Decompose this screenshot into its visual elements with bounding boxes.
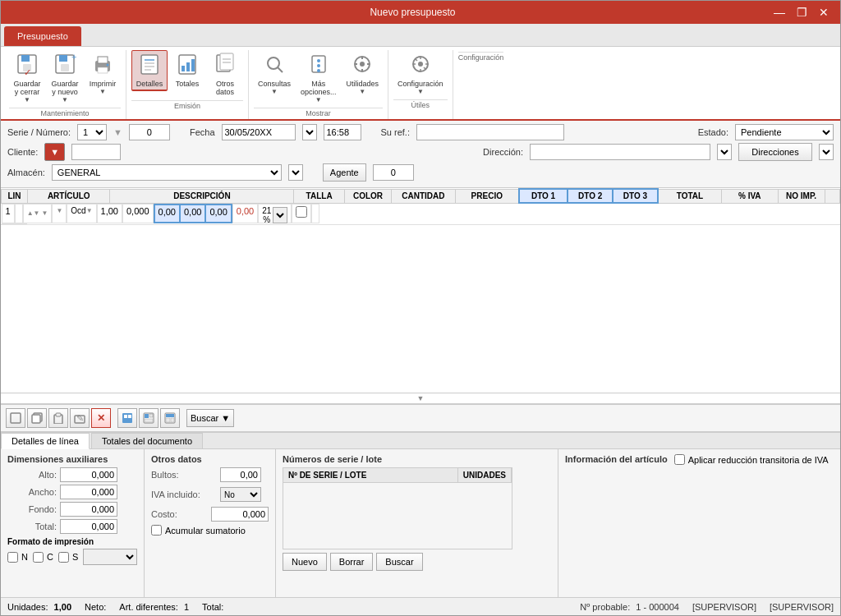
alto-input[interactable] xyxy=(60,467,117,482)
svg-rect-22 xyxy=(220,53,233,70)
cell-articulo[interactable] xyxy=(15,204,23,223)
suref-input[interactable] xyxy=(416,124,564,140)
serie-select[interactable]: 1 xyxy=(77,124,107,140)
almacen-arrow[interactable] xyxy=(288,164,303,181)
paste-row-button[interactable] xyxy=(48,408,68,428)
cell-color[interactable]: Ocd ▼ xyxy=(67,204,96,223)
svg-rect-18 xyxy=(182,66,185,71)
tab-detalles-linea[interactable]: Detalles de línea xyxy=(1,433,90,449)
almacen-select[interactable]: GENERAL xyxy=(52,164,282,181)
new-row-button[interactable] xyxy=(6,408,25,428)
talla-dropdown[interactable]: ▼ xyxy=(56,207,62,214)
chk-c[interactable] xyxy=(33,552,44,563)
maximize-button[interactable]: ❐ xyxy=(792,4,812,21)
aplicar-checkbox[interactable] xyxy=(674,454,685,465)
iva-select[interactable] xyxy=(273,207,287,223)
guardar-cerrar-arrow: ▼ xyxy=(24,96,30,103)
presupuesto-tab[interactable]: Presupuesto xyxy=(4,26,81,46)
delete-row-button[interactable]: ✕ xyxy=(91,408,111,428)
costo-input[interactable] xyxy=(211,507,269,522)
configuracion-label: Configuración xyxy=(398,80,443,88)
chk-s[interactable] xyxy=(58,552,69,563)
color-dropdown[interactable]: ▼ xyxy=(86,207,93,214)
chk-n-text: N xyxy=(21,552,28,562)
cell-iva[interactable]: 21 % xyxy=(258,204,292,223)
table-row: 1 ▲▼ ▼ ▼ xyxy=(2,204,28,224)
color1-button[interactable] xyxy=(117,408,137,428)
totales-button[interactable]: Totales xyxy=(169,50,205,90)
cell-noimp[interactable] xyxy=(292,204,311,223)
svg-rect-61 xyxy=(166,418,170,422)
fecha-select[interactable] xyxy=(302,124,317,140)
alto-label: Alto: xyxy=(7,470,57,480)
svg-point-38 xyxy=(418,62,423,67)
copy-row-button[interactable] xyxy=(27,408,47,428)
tab-totales-documento[interactable]: Totales del documento xyxy=(91,433,203,448)
fondo-label: Fondo: xyxy=(7,504,57,514)
numero-input[interactable] xyxy=(129,124,170,140)
total-dim-input[interactable] xyxy=(60,519,117,534)
cell-dto2[interactable]: 0,00 xyxy=(181,204,206,223)
bultos-input[interactable] xyxy=(220,467,261,482)
direcciones-button[interactable]: Direcciones xyxy=(738,143,812,161)
dim-title: Dimensiones auxiliares xyxy=(7,454,137,464)
cell-cantidad[interactable]: 1,00 xyxy=(97,204,122,223)
guardar-cerrar-button[interactable]: ✓ Guardary cerrar ▼ xyxy=(9,50,45,106)
col-dto3-header: DTO 3 xyxy=(613,189,658,203)
cell-descripcion[interactable]: ▲▼ ▼ xyxy=(23,204,53,223)
buscar-serie-button[interactable]: Buscar xyxy=(376,553,422,571)
form-area: Serie / Número: 1 ▼ Fecha Su ref.: Estad… xyxy=(1,121,840,188)
cell-talla[interactable]: ▼ xyxy=(52,204,67,223)
detalles-button[interactable]: Detalles xyxy=(131,50,168,91)
formato-label: Formato de impresión xyxy=(7,537,94,546)
col-descripcion-header: DESCRIPCIÓN xyxy=(110,189,294,203)
borrar-serie-button[interactable]: Borrar xyxy=(330,553,374,571)
cell-precio[interactable]: 0,000 xyxy=(122,204,154,223)
otros-datos-button[interactable]: Otrosdatos xyxy=(207,50,243,99)
consultas-button[interactable]: Consultas ▼ xyxy=(254,50,295,98)
configuracion-group-label: Útiles xyxy=(393,99,448,109)
total-status: Total: xyxy=(202,602,223,612)
guardar-nuevo-button[interactable]: + Guardary nuevo ▼ xyxy=(47,50,83,106)
svg-rect-53 xyxy=(124,415,127,418)
agente-input[interactable] xyxy=(373,164,414,181)
col-color-header: COLOR xyxy=(344,189,391,203)
color3-button[interactable] xyxy=(160,408,180,428)
chk-n[interactable] xyxy=(7,552,18,563)
ribbon-group-mostrar: Consultas ▼ Másopciones... ▼ xyxy=(249,50,388,119)
nuevo-serie-button[interactable]: Nuevo xyxy=(283,553,327,571)
agente-button[interactable]: Agente xyxy=(323,163,366,182)
buscar-button[interactable]: Buscar ▼ xyxy=(186,409,234,427)
edit-row-button[interactable]: ✎ xyxy=(70,408,90,428)
color2-button[interactable] xyxy=(139,408,159,428)
direccion-select[interactable] xyxy=(717,144,732,160)
utilidades-arrow: ▼ xyxy=(359,88,365,95)
descripcion-arrow[interactable]: ▼ xyxy=(41,209,48,217)
iva-incluido-select[interactable]: No xyxy=(220,487,261,502)
utilidades-button[interactable]: Utilidades ▼ xyxy=(342,50,384,98)
acumular-checkbox[interactable] xyxy=(151,525,162,536)
cell-dto1[interactable]: 0,00 xyxy=(154,204,181,223)
mas-opciones-button[interactable]: Másopciones... ▼ xyxy=(296,50,341,106)
estado-select[interactable]: Pendiente xyxy=(735,124,834,140)
fecha-input[interactable] xyxy=(222,124,296,140)
fondo-input[interactable] xyxy=(60,502,117,517)
acumular-label: Acumular sumatorio xyxy=(165,526,246,536)
cell-dto3[interactable]: 0,00 xyxy=(206,204,232,223)
close-button[interactable]: ✕ xyxy=(814,4,834,21)
svg-rect-5 xyxy=(59,55,67,62)
imprimir-button[interactable]: Imprimir ▼ xyxy=(85,50,121,98)
minimize-button[interactable]: — xyxy=(769,4,790,21)
formato-select[interactable] xyxy=(83,549,137,565)
noimp-checkbox[interactable] xyxy=(296,206,307,218)
cliente-input[interactable] xyxy=(71,144,121,160)
direccion-input[interactable] xyxy=(530,144,710,160)
configuracion-button[interactable]: Configuración ▼ xyxy=(393,50,448,98)
descripcion-dropdown[interactable]: ▲▼ xyxy=(27,209,40,217)
cliente-button[interactable]: ▼ xyxy=(44,143,65,161)
hora-input[interactable] xyxy=(324,124,361,140)
otros-datos-icon xyxy=(214,53,237,79)
direcciones-arrow-select[interactable] xyxy=(819,144,834,160)
svg-rect-45 xyxy=(11,413,21,423)
ancho-input[interactable] xyxy=(60,485,117,499)
